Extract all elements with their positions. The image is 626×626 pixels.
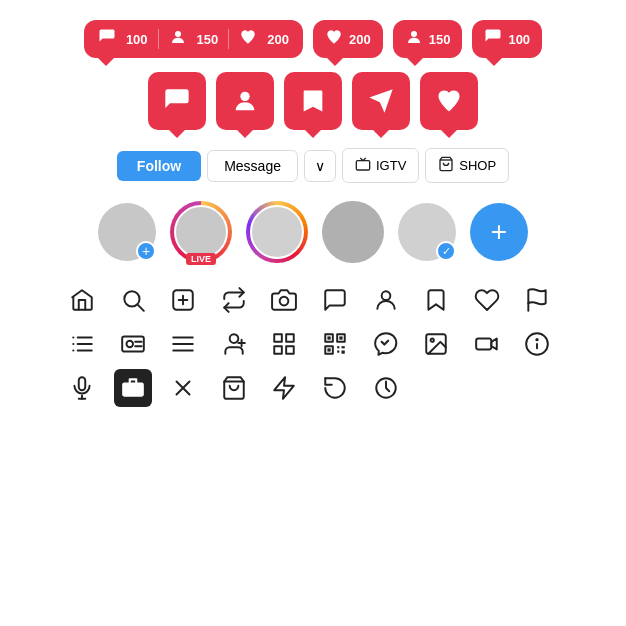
gradient-story-circle[interactable]	[246, 201, 308, 263]
svg-point-18	[72, 349, 74, 351]
comment-icon-single	[484, 28, 502, 50]
add-icon	[164, 281, 202, 319]
plain-story-circle[interactable]	[322, 201, 384, 263]
svg-rect-32	[287, 346, 295, 354]
camera-icon	[265, 281, 303, 319]
send-square[interactable]	[352, 72, 410, 130]
qr-icon	[316, 325, 354, 363]
svg-line-6	[137, 305, 143, 311]
add-story-circle[interactable]: +	[98, 203, 156, 261]
igtv-label: IGTV	[376, 158, 406, 173]
svg-point-1	[411, 31, 417, 37]
mic-icon	[63, 369, 101, 407]
svg-rect-38	[327, 348, 330, 351]
comment-count-single: 100	[508, 32, 530, 47]
close-icon	[164, 369, 202, 407]
comment-count: 100	[126, 32, 148, 47]
verified-badge: ✓	[436, 241, 456, 261]
empty-icon	[417, 369, 455, 407]
svg-rect-49	[79, 377, 86, 390]
grid-icon	[265, 325, 303, 363]
tv-icon	[355, 156, 371, 175]
profile-square[interactable]	[216, 72, 274, 130]
svg-rect-42	[341, 346, 344, 348]
icon-squares-row	[20, 72, 606, 130]
svg-rect-3	[356, 161, 369, 170]
svg-point-10	[280, 297, 289, 306]
svg-rect-40	[341, 351, 344, 354]
follower-count: 150	[197, 32, 219, 47]
profile-outline-icon	[367, 281, 405, 319]
search-icon	[114, 281, 152, 319]
flag-icon	[518, 281, 556, 319]
heart-icon	[239, 28, 257, 50]
like-count: 200	[267, 32, 289, 47]
comment-icon	[98, 28, 116, 50]
message-button[interactable]: Message	[207, 150, 298, 182]
shop-button[interactable]: SHOP	[425, 148, 509, 183]
plus-story-circle[interactable]: +	[470, 203, 528, 261]
live-badge: LIVE	[186, 253, 216, 265]
follower-bubble: 150	[393, 20, 463, 58]
add-person-icon	[215, 325, 253, 363]
clock-icon	[367, 369, 405, 407]
tv-filled-icon	[114, 369, 152, 407]
comment-outline-icon	[316, 281, 354, 319]
comment-square[interactable]	[148, 72, 206, 130]
svg-point-0	[175, 31, 181, 37]
heart-square[interactable]	[420, 72, 478, 130]
notification-bubbles-row: 100 150 200 200 150 100	[20, 20, 606, 58]
like-bubble: 200	[313, 20, 383, 58]
info-icon	[518, 325, 556, 363]
list-icon	[63, 325, 101, 363]
heart-icon-single	[325, 28, 343, 50]
svg-rect-29	[275, 334, 283, 342]
svg-point-16	[72, 336, 74, 338]
undo-icon	[316, 369, 354, 407]
id-card-icon	[114, 325, 152, 363]
action-buttons-row: Follow Message ∨ IGTV SHOP	[20, 148, 606, 183]
like-count-single: 200	[349, 32, 371, 47]
svg-rect-52	[122, 383, 144, 397]
bookmark-outline-icon	[417, 281, 455, 319]
svg-rect-31	[275, 346, 283, 354]
notification-group-bubble: 100 150 200	[84, 20, 303, 58]
add-badge: +	[136, 241, 156, 261]
icon-grid	[63, 281, 563, 407]
stories-row: + LIVE ✓ +	[20, 201, 606, 263]
svg-rect-45	[476, 339, 491, 350]
menu-icon	[164, 325, 202, 363]
image-icon	[417, 325, 455, 363]
follower-icon-single	[405, 28, 423, 50]
comment-bubble: 100	[472, 20, 542, 58]
svg-rect-39	[337, 346, 339, 348]
svg-point-26	[229, 334, 238, 343]
svg-point-44	[431, 339, 434, 342]
bag-icon	[215, 369, 253, 407]
shop-label: SHOP	[459, 158, 496, 173]
svg-point-2	[240, 92, 249, 101]
heart-outline-icon	[468, 281, 506, 319]
igtv-button[interactable]: IGTV	[342, 148, 419, 183]
svg-rect-36	[327, 336, 330, 339]
follow-button[interactable]: Follow	[117, 151, 201, 181]
svg-point-11	[381, 291, 390, 300]
video-icon	[468, 325, 506, 363]
svg-rect-30	[287, 334, 295, 342]
home-icon	[63, 281, 101, 319]
svg-point-17	[72, 343, 74, 345]
follower-icon	[169, 28, 187, 50]
verified-story-circle[interactable]: ✓	[398, 203, 456, 261]
bookmark-square[interactable]	[284, 72, 342, 130]
svg-rect-41	[337, 351, 339, 353]
repost-icon	[215, 281, 253, 319]
live-story-circle[interactable]: LIVE	[170, 201, 232, 263]
follower-count-single: 150	[429, 32, 451, 47]
dropdown-button[interactable]: ∨	[304, 150, 336, 182]
shop-icon	[438, 156, 454, 175]
svg-rect-37	[339, 336, 342, 339]
messenger-icon	[367, 325, 405, 363]
lightning-icon	[265, 369, 303, 407]
svg-point-20	[126, 341, 133, 348]
